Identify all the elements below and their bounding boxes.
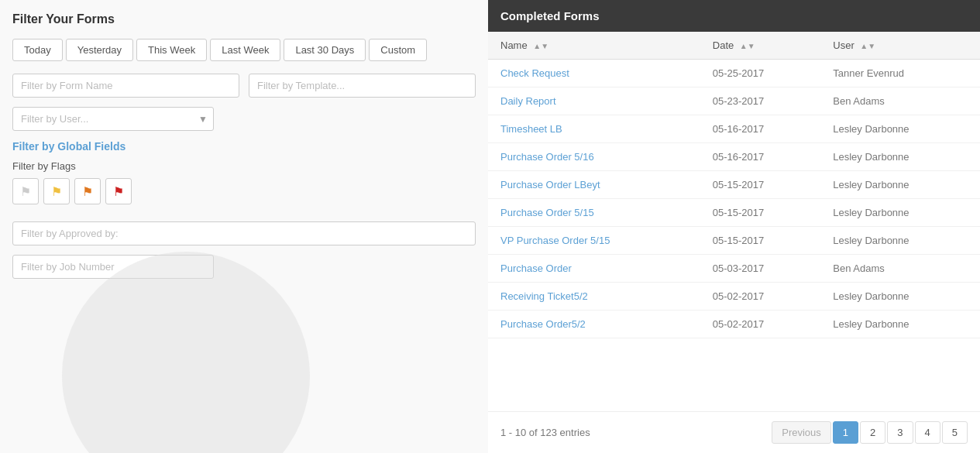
row-user: Ben Adams — [820, 255, 980, 283]
row-date: 05-03-2017 — [700, 255, 821, 283]
row-date: 05-15-2017 — [700, 199, 821, 227]
row-name[interactable]: Purchase Order 5/15 — [488, 199, 700, 227]
row-name[interactable]: Timesheet LB — [488, 115, 700, 143]
page-btn-1[interactable]: 1 — [833, 421, 858, 444]
row-user: Lesley Darbonne — [820, 311, 980, 338]
job-number-row — [12, 255, 476, 279]
global-fields-title: Filter by Global Fields — [12, 140, 476, 153]
user-input[interactable] — [12, 107, 214, 131]
row-date: 05-15-2017 — [700, 227, 821, 255]
row-name[interactable]: Receiving Ticket5/2 — [488, 283, 700, 311]
table-row[interactable]: Purchase Order 5/15 05-15-2017 Lesley Da… — [488, 199, 980, 227]
row-name[interactable]: Daily Report — [488, 88, 700, 115]
date-btn-last-30-days[interactable]: Last 30 Days — [284, 39, 366, 61]
row-name[interactable]: Purchase Order — [488, 255, 700, 283]
date-button-group: TodayYesterdayThis WeekLast WeekLast 30 … — [12, 39, 476, 61]
flag-white-btn[interactable]: ⚑ — [12, 178, 39, 204]
row-date: 05-16-2017 — [700, 143, 821, 171]
approved-by-input[interactable] — [12, 221, 476, 245]
flag-yellow-btn[interactable]: ⚑ — [43, 178, 70, 204]
flags-and-approved-row: Filter by Flags ⚑ ⚑ ⚑ ⚑ — [12, 160, 476, 212]
table-row[interactable]: Purchase Order 5/16 05-16-2017 Lesley Da… — [488, 143, 980, 171]
flags-section: Filter by Flags ⚑ ⚑ ⚑ ⚑ — [12, 160, 132, 204]
page-btn-2[interactable]: 2 — [860, 421, 885, 444]
col-user[interactable]: User ▲▼ — [820, 32, 980, 60]
name-sort-icon: ▲▼ — [533, 42, 548, 50]
row-user: Lesley Darbonne — [820, 143, 980, 171]
date-btn-custom[interactable]: Custom — [369, 39, 427, 61]
template-input[interactable] — [249, 74, 476, 98]
row-date: 05-16-2017 — [700, 115, 821, 143]
row-name[interactable]: Check Request — [488, 60, 700, 88]
job-number-input[interactable] — [12, 255, 214, 279]
table-row[interactable]: Purchase Order LBeyt 05-15-2017 Lesley D… — [488, 171, 980, 199]
table-header-row: Name ▲▼ Date ▲▼ User ▲▼ — [488, 32, 980, 60]
row-name[interactable]: VP Purchase Order 5/15 — [488, 227, 700, 255]
date-btn-yesterday[interactable]: Yesterday — [66, 39, 133, 61]
form-name-input[interactable] — [12, 74, 239, 98]
results-panel: Completed Forms Name ▲▼ Date ▲▼ User ▲▼ … — [488, 0, 980, 453]
user-select-wrapper: ▼ — [12, 107, 214, 131]
user-row: ▼ — [12, 107, 476, 131]
table-row[interactable]: Purchase Order5/2 05-02-2017 Lesley Darb… — [488, 311, 980, 338]
table-row[interactable]: Purchase Order 05-03-2017 Ben Adams — [488, 255, 980, 283]
filter-panel: Filter Your Forms TodayYesterdayThis Wee… — [0, 0, 488, 453]
page-btn-3[interactable]: 3 — [887, 421, 913, 444]
date-btn-last-week[interactable]: Last Week — [210, 39, 280, 61]
table-row[interactable]: Timesheet LB 05-16-2017 Lesley Darbonne — [488, 115, 980, 143]
approved-by-row — [12, 221, 476, 245]
table-row[interactable]: Receiving Ticket5/2 05-02-2017 Lesley Da… — [488, 283, 980, 311]
entries-info: 1 - 10 of 123 entries — [500, 427, 590, 438]
flag-orange-btn[interactable]: ⚑ — [74, 178, 101, 204]
row-user: Lesley Darbonne — [820, 199, 980, 227]
table-body: Check Request 05-25-2017 Tanner Evenrud … — [488, 60, 980, 338]
date-sort-icon: ▲▼ — [740, 42, 755, 50]
user-sort-icon: ▲▼ — [860, 42, 875, 50]
row-user: Tanner Evenrud — [820, 60, 980, 88]
row-date: 05-02-2017 — [700, 311, 821, 338]
row-name[interactable]: Purchase Order LBeyt — [488, 171, 700, 199]
filter-title: Filter Your Forms — [12, 12, 476, 26]
forms-table: Name ▲▼ Date ▲▼ User ▲▼ Check Request 05… — [488, 32, 980, 338]
col-name[interactable]: Name ▲▼ — [488, 32, 700, 60]
pagination-controls: Previous12345 — [772, 421, 968, 444]
row-date: 05-15-2017 — [700, 171, 821, 199]
row-date: 05-25-2017 — [700, 60, 821, 88]
table-row[interactable]: VP Purchase Order 5/15 05-15-2017 Lesley… — [488, 227, 980, 255]
row-user: Lesley Darbonne — [820, 115, 980, 143]
date-btn-today[interactable]: Today — [12, 39, 63, 61]
completed-forms-header: Completed Forms — [488, 0, 980, 32]
flags-row: ⚑ ⚑ ⚑ ⚑ — [12, 178, 132, 204]
col-date[interactable]: Date ▲▼ — [700, 32, 821, 60]
row-user: Lesley Darbonne — [820, 283, 980, 311]
flags-title: Filter by Flags — [12, 160, 132, 172]
name-template-row — [12, 74, 476, 98]
flag-red-btn[interactable]: ⚑ — [105, 178, 132, 204]
date-btn-this-week[interactable]: This Week — [136, 39, 207, 61]
row-name[interactable]: Purchase Order5/2 — [488, 311, 700, 338]
prev-page-button[interactable]: Previous — [772, 421, 831, 444]
row-name[interactable]: Purchase Order 5/16 — [488, 143, 700, 171]
table-row[interactable]: Daily Report 05-23-2017 Ben Adams — [488, 88, 980, 115]
row-user: Ben Adams — [820, 88, 980, 115]
row-date: 05-02-2017 — [700, 283, 821, 311]
row-date: 05-23-2017 — [700, 88, 821, 115]
page-btn-5[interactable]: 5 — [942, 421, 968, 444]
row-user: Lesley Darbonne — [820, 227, 980, 255]
pagination-bar: 1 - 10 of 123 entries Previous12345 — [488, 411, 980, 453]
table-row[interactable]: Check Request 05-25-2017 Tanner Evenrud — [488, 60, 980, 88]
page-btn-4[interactable]: 4 — [915, 421, 940, 444]
row-user: Lesley Darbonne — [820, 171, 980, 199]
